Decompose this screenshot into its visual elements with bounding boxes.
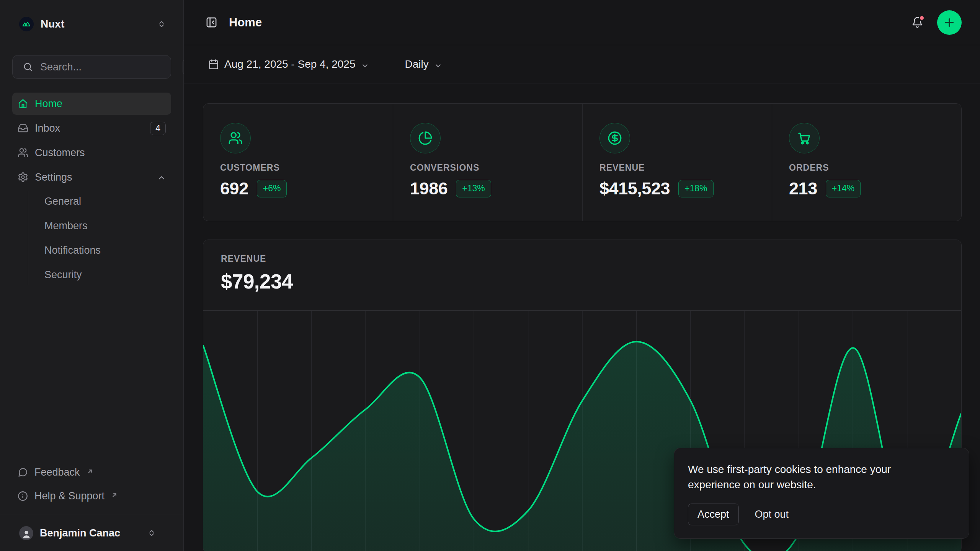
calendar-icon bbox=[208, 59, 219, 70]
page-header: Home bbox=[184, 0, 980, 45]
add-button[interactable] bbox=[937, 10, 962, 35]
sidebar-item-home[interactable]: Home bbox=[12, 93, 171, 115]
stat-label: CUSTOMERS bbox=[220, 163, 376, 173]
granularity-select[interactable]: Daily bbox=[400, 54, 447, 74]
plus-icon bbox=[943, 16, 956, 29]
sidebar-item-label: Inbox bbox=[35, 122, 60, 134]
chevron-up-icon bbox=[157, 173, 166, 181]
sidebar-nav: Home Inbox 4 Cus bbox=[12, 93, 171, 289]
settings-subnav: General Members Notifications Security bbox=[28, 191, 171, 285]
date-range-picker[interactable]: Aug 21, 2025 - Sep 4, 2025 bbox=[204, 54, 374, 74]
chevron-down-icon bbox=[434, 60, 442, 68]
header-actions bbox=[909, 10, 962, 35]
sidebar: Nuxt ⌘ K bbox=[0, 0, 184, 551]
sidebar-item-security[interactable]: Security bbox=[41, 264, 171, 285]
panel-collapse-button[interactable] bbox=[203, 14, 220, 31]
workspace-name: Nuxt bbox=[41, 18, 64, 30]
sidebar-item-notifications[interactable]: Notifications bbox=[41, 240, 171, 261]
home-icon bbox=[18, 98, 28, 109]
stat-value: 1986 bbox=[410, 179, 448, 199]
cart-icon bbox=[789, 123, 820, 153]
stats-card-group: CUSTOMERS 692 +6% CONVERSIONS 1986 bbox=[203, 103, 962, 221]
accept-button[interactable]: Accept bbox=[688, 504, 739, 525]
stat-conversions[interactable]: CONVERSIONS 1986 +13% bbox=[393, 104, 582, 221]
chevron-down-icon bbox=[361, 60, 369, 68]
revenue-chart-header: REVENUE $79,234 bbox=[203, 240, 961, 293]
search-input[interactable] bbox=[40, 61, 176, 73]
cookie-actions: Accept Opt out bbox=[688, 504, 955, 525]
user-menu[interactable]: Benjamin Canac bbox=[12, 515, 171, 551]
revenue-chart-value: $79,234 bbox=[221, 270, 944, 293]
help-support-label: Help & Support bbox=[34, 490, 105, 502]
page-title: Home bbox=[229, 16, 262, 29]
date-range-label: Aug 21, 2025 - Sep 4, 2025 bbox=[224, 58, 356, 70]
chevron-up-down-icon bbox=[157, 20, 166, 28]
cookie-message: We use first-party cookies to enhance yo… bbox=[688, 462, 937, 493]
panel-collapse-icon bbox=[206, 16, 217, 28]
sidebar-item-inbox[interactable]: Inbox 4 bbox=[12, 117, 171, 139]
search-icon bbox=[23, 62, 33, 72]
search-bar[interactable]: ⌘ K bbox=[12, 55, 171, 79]
filters-toolbar: Aug 21, 2025 - Sep 4, 2025 Daily bbox=[184, 45, 980, 83]
stat-value: 692 bbox=[220, 179, 248, 199]
external-link-icon bbox=[87, 466, 93, 473]
sidebar-item-label: Home bbox=[35, 98, 62, 110]
info-circle-icon bbox=[18, 491, 28, 501]
stat-value: $415,523 bbox=[599, 179, 670, 199]
stat-label: REVENUE bbox=[599, 163, 755, 173]
stat-label: CONVERSIONS bbox=[410, 163, 565, 173]
feedback-link[interactable]: Feedback bbox=[12, 460, 171, 484]
stat-delta-badge: +18% bbox=[678, 180, 713, 197]
stat-orders[interactable]: ORDERS 213 +14% bbox=[772, 104, 961, 221]
sidebar-item-settings[interactable]: Settings bbox=[12, 166, 171, 188]
gear-icon bbox=[18, 172, 28, 183]
stat-value: 213 bbox=[789, 179, 817, 199]
stat-delta-badge: +14% bbox=[826, 180, 861, 197]
sidebar-item-label: Customers bbox=[35, 147, 85, 159]
revenue-chart-label: REVENUE bbox=[221, 254, 944, 264]
sidebar-item-general[interactable]: General bbox=[41, 191, 171, 212]
feedback-label: Feedback bbox=[34, 466, 80, 478]
external-link-icon bbox=[111, 489, 118, 496]
notifications-button[interactable] bbox=[909, 14, 926, 31]
workspace-selector[interactable]: Nuxt bbox=[12, 13, 171, 35]
dollar-circle-icon bbox=[599, 123, 630, 153]
stat-revenue[interactable]: REVENUE $415,523 +18% bbox=[582, 104, 772, 221]
stat-customers[interactable]: CUSTOMERS 692 +6% bbox=[203, 104, 393, 221]
user-name: Benjamin Canac bbox=[40, 527, 120, 539]
sidebar-item-members[interactable]: Members bbox=[41, 215, 171, 236]
avatar bbox=[19, 526, 33, 540]
help-support-link[interactable]: Help & Support bbox=[12, 484, 171, 508]
sidebar-footer: Feedback Help & Support bbox=[12, 460, 171, 551]
users-icon bbox=[18, 147, 28, 158]
inbox-count-badge: 4 bbox=[150, 122, 166, 135]
pie-chart-icon bbox=[410, 123, 441, 153]
sidebar-item-label: Settings bbox=[35, 171, 72, 183]
nuxt-logo-icon bbox=[19, 17, 34, 31]
stat-label: ORDERS bbox=[789, 163, 944, 173]
inbox-icon bbox=[18, 123, 28, 134]
opt-out-button[interactable]: Opt out bbox=[754, 506, 790, 523]
notification-dot bbox=[919, 15, 925, 21]
granularity-label: Daily bbox=[405, 58, 429, 70]
stat-delta-badge: +6% bbox=[257, 180, 287, 197]
chevron-up-down-icon bbox=[147, 529, 156, 537]
users-icon bbox=[220, 123, 251, 153]
cookie-banner: We use first-party cookies to enhance yo… bbox=[674, 448, 969, 539]
chat-bubble-icon bbox=[18, 467, 28, 478]
stat-delta-badge: +13% bbox=[456, 180, 491, 197]
sidebar-item-customers[interactable]: Customers bbox=[12, 142, 171, 164]
